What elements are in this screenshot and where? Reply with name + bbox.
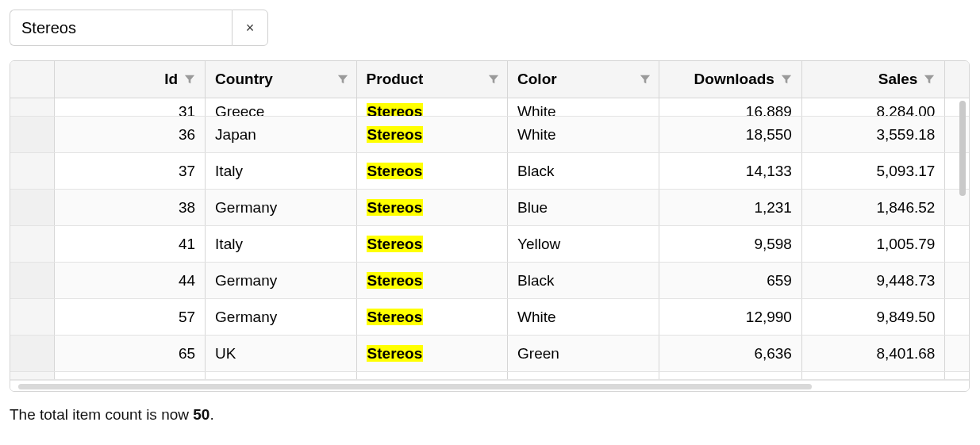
cell-color: White [517, 103, 556, 117]
scrollbar-thumb[interactable] [959, 101, 966, 196]
table-row[interactable]: 57GermanyStereosWhite12,9909,849.50 [10, 299, 969, 336]
table-row[interactable]: 41ItalyStereosYellow9,5981,005.79 [10, 226, 969, 263]
cell-sales: 1,846.52 [876, 199, 935, 216]
cell-sales: 9,448.73 [876, 272, 935, 289]
cell-country: UK [215, 345, 236, 362]
cell-sales: 3,559.18 [876, 126, 935, 143]
table-row[interactable]: 37ItalyStereosBlack14,1335,093.17 [10, 153, 969, 190]
filter-icon[interactable] [337, 74, 348, 85]
table-row[interactable]: 31 Greece Stereos White 16,889 8,284.00 [10, 98, 969, 117]
cell-color: White [517, 126, 556, 143]
table-row[interactable]: 65UKStereosGreen6,6368,401.68 [10, 336, 969, 372]
data-grid: Id Country Product [10, 60, 970, 392]
scrollbar-thumb[interactable] [18, 384, 812, 389]
cell-downloads: 659 [767, 272, 792, 289]
column-label: Sales [878, 71, 918, 88]
cell-color: Green [517, 345, 559, 362]
cell-id: 65 [179, 345, 195, 362]
cell-downloads: 6,636 [754, 345, 792, 362]
cell-sales: 9,849.50 [876, 309, 935, 325]
cell-color: Black [517, 163, 554, 179]
table-row[interactable]: 44GermanyStereosBlack6599,448.73 [10, 263, 969, 299]
search-bar: × [10, 10, 970, 46]
column-header-country[interactable]: Country [206, 61, 356, 98]
cell-sales: 1,005.79 [876, 236, 935, 252]
column-label: Product [367, 71, 424, 88]
column-label: Downloads [694, 71, 774, 88]
column-header-id[interactable]: Id [54, 61, 205, 98]
cell-id: 57 [179, 309, 195, 325]
cell-product: Stereos [367, 309, 424, 325]
cell-id: 44 [179, 272, 195, 289]
column-header-downloads[interactable]: Downloads [659, 61, 801, 98]
column-label: Id [164, 71, 178, 88]
cell-sales: 5,093.17 [876, 163, 935, 179]
search-input[interactable] [10, 10, 232, 46]
cell-id: 41 [179, 236, 195, 252]
filter-icon[interactable] [184, 74, 195, 85]
cell-downloads: 18,550 [746, 126, 792, 143]
cell-id: 36 [179, 126, 195, 143]
filter-icon[interactable] [924, 74, 935, 85]
cell-id: 31 [179, 103, 195, 117]
cell-downloads: 9,598 [754, 236, 792, 252]
filter-icon[interactable] [488, 74, 499, 85]
cell-color: Black [517, 272, 554, 289]
cell-color: Blue [517, 199, 548, 216]
header-row: Id Country Product [10, 61, 969, 98]
column-header-sales[interactable]: Sales [801, 61, 944, 98]
cell-country: Germany [215, 309, 277, 325]
cell-country: Greece [215, 103, 264, 117]
cell-color: White [517, 309, 556, 325]
cell-product: Stereos [367, 163, 424, 179]
filter-icon[interactable] [781, 74, 792, 85]
column-header-color[interactable]: Color [508, 61, 659, 98]
cell-country: Italy [215, 236, 243, 252]
cell-product: Stereos [367, 236, 424, 252]
cell-country: Germany [215, 199, 277, 216]
vertical-scrollbar[interactable] [959, 101, 966, 228]
cell-downloads: 14,133 [746, 163, 792, 179]
column-label: Country [215, 71, 273, 88]
cell-downloads: 1,231 [754, 199, 792, 216]
item-count-note: The total item count is now 50. [10, 406, 970, 424]
cell-product: Stereos [367, 345, 424, 362]
cell-sales: 8,284.00 [876, 103, 935, 117]
filter-icon[interactable] [640, 74, 651, 85]
column-header-product[interactable]: Product [356, 61, 507, 98]
table-row[interactable]: 38GermanyStereosBlue1,2311,846.52 [10, 190, 969, 226]
cell-country: Japan [215, 126, 256, 143]
cell-product: Stereos [367, 199, 424, 216]
table-row[interactable]: 36JapanStereosWhite18,5503,559.18 [10, 117, 969, 153]
cell-sales: 8,401.68 [876, 345, 935, 362]
table-row [10, 372, 969, 380]
row-header-column[interactable] [10, 61, 54, 98]
cell-id: 38 [179, 199, 195, 216]
cell-product: Stereos [367, 272, 424, 289]
close-icon: × [246, 21, 255, 35]
horizontal-scrollbar[interactable] [10, 380, 969, 391]
column-label: Color [517, 71, 557, 88]
cell-id: 37 [179, 163, 195, 179]
cell-product: Stereos [367, 103, 424, 117]
cell-color: Yellow [517, 236, 560, 252]
clear-search-button[interactable]: × [232, 10, 268, 46]
cell-downloads: 12,990 [746, 309, 792, 325]
cell-product: Stereos [367, 126, 424, 143]
cell-country: Italy [215, 163, 243, 179]
column-header-spacer [945, 61, 969, 98]
cell-country: Germany [215, 272, 277, 289]
cell-downloads: 16,889 [746, 103, 792, 117]
